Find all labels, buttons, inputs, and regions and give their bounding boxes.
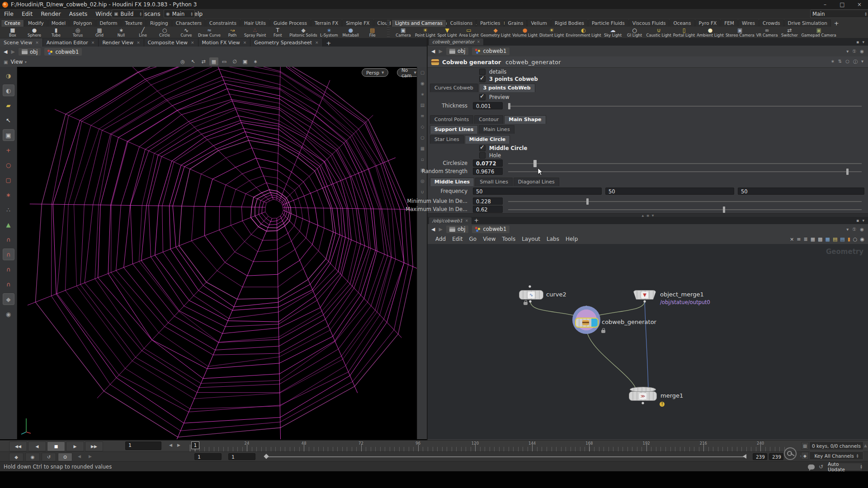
chevron-down-icon[interactable]: ▾ (25, 60, 27, 64)
shelf-tab-constraints[interactable]: Constraints (206, 19, 240, 27)
range-end-field[interactable]: 239 (753, 453, 767, 460)
middle-circle-checkbox[interactable] (479, 145, 486, 151)
menu-edit[interactable]: Edit (18, 9, 37, 19)
spinner-icon[interactable]: ▲▼ (857, 454, 859, 458)
add-shelf-tab-button[interactable]: + (831, 20, 842, 27)
snapshot-grid-icon[interactable]: ▦ (209, 57, 218, 66)
shelf-tab-pyro-fx[interactable]: Pyro FX (695, 19, 721, 27)
back-arrow-icon[interactable]: ◀ (431, 226, 435, 232)
tab-control-points[interactable]: Control Points (430, 115, 473, 124)
close-icon[interactable]: × (465, 219, 468, 223)
chevron-down-icon[interactable]: ▾ (862, 218, 864, 223)
circlesize-slider[interactable] (508, 163, 862, 164)
display-option-icon-7[interactable]: ▦ (420, 146, 425, 151)
keyframe-options-icon[interactable]: ◆ (9, 453, 24, 461)
view-menu-icon[interactable]: ▣ (4, 60, 8, 65)
shelf-tool-path[interactable]: ↝Path (222, 28, 243, 38)
close-icon[interactable]: × (137, 40, 140, 45)
circlesize-field[interactable]: 0.0772 (473, 160, 503, 167)
breadcrumb-obj[interactable]: obj (446, 47, 469, 55)
jump-end-button[interactable]: ▶▶ (85, 441, 103, 451)
menu-render[interactable]: Render (37, 9, 65, 19)
shelf-tab-polygon[interactable]: Polygon (70, 19, 95, 27)
min-value-slider[interactable] (508, 201, 862, 202)
view-selector[interactable]: ◉ Main ▲▼ (164, 9, 195, 18)
pane-tab-animation-editor[interactable]: Animation Editor× (43, 38, 99, 47)
keying-mode-icon[interactable]: ◆ (801, 452, 809, 460)
node-merge1[interactable]: ≫ (629, 391, 657, 401)
audio-options-icon[interactable]: ◉ (25, 453, 40, 461)
network-path-icon-2[interactable]: ◉ (860, 227, 864, 232)
shelf-tab-texture[interactable]: Texture (122, 19, 146, 27)
param-path-icon-0[interactable]: ▾ (846, 49, 849, 54)
shelf-tab-oceans[interactable]: Oceans (670, 19, 694, 27)
shelf-tool-vr-camera[interactable]: ∞VR Camera (755, 28, 779, 38)
display-options-icon[interactable]: ∗ (251, 57, 260, 66)
node-label[interactable]: curve2 (546, 291, 566, 298)
max-value-field[interactable]: 0.62 (473, 206, 503, 213)
breadcrumb-cobweb1[interactable]: cobweb1 (472, 225, 509, 233)
desktop-right-selector[interactable]: Main ▲▼ (810, 9, 868, 18)
close-icon[interactable]: × (91, 40, 95, 45)
shelf-tool-camera[interactable]: ▣Camera (392, 28, 414, 38)
breadcrumb-obj[interactable]: obj (19, 48, 41, 56)
shelf-tool-point-light[interactable]: ☀Point Light (414, 28, 436, 38)
snap-grid-magnet-icon[interactable]: ∩ (3, 234, 14, 245)
warning-badge-icon[interactable]: ! (660, 402, 665, 407)
shelf-tab-rigging[interactable]: Rigging (146, 19, 172, 27)
jump-start-button[interactable]: ◀◀ (9, 441, 27, 451)
snap-magnet-icon[interactable]: ∩ (3, 278, 14, 290)
play-backward-button[interactable]: ◀ (28, 441, 46, 451)
shelf-tool-box[interactable]: ■Box (2, 28, 24, 38)
network-menu-tools[interactable]: Tools (499, 236, 519, 242)
display-option-icon-10[interactable]: ◎ (420, 179, 425, 183)
shelf-tab-vellum[interactable]: Vellum (527, 19, 551, 27)
spinner-icon[interactable]: ▲▼ (191, 12, 193, 16)
color-palette-icon[interactable]: ▦ (826, 236, 830, 242)
handles-icon[interactable]: ▲ (3, 219, 14, 230)
pane-tab-motion-fx-view[interactable]: Motion FX View× (198, 38, 251, 47)
step-back-button[interactable]: ◀ (169, 443, 172, 447)
thickness-field[interactable]: 0.001 (473, 102, 503, 109)
display-option-icon-4[interactable]: ≡ (420, 114, 424, 118)
update-mode-selector[interactable]: Auto Update ▲▼ (827, 463, 863, 471)
close-icon[interactable]: × (477, 40, 480, 44)
network-menu-edit[interactable]: Edit (449, 236, 466, 242)
camera-selector[interactable]: No cam ▼ (397, 68, 417, 77)
play-forward-button[interactable]: ▶ (66, 441, 84, 451)
frequency-field-1[interactable]: 50 (473, 188, 602, 195)
shelf-tab-model[interactable]: Model (48, 19, 70, 27)
pane-tab-composite-view[interactable]: Composite View× (144, 38, 198, 47)
display-option-icon-0[interactable]: ▢ (420, 70, 425, 75)
menu-assets[interactable]: Assets (65, 9, 92, 19)
max-value-slider[interactable] (508, 209, 862, 210)
tab-contour[interactable]: Contour (474, 115, 503, 124)
shelf-tab-simple-fx[interactable]: Simple FX (342, 19, 373, 27)
node-curve2[interactable]: ∿ (519, 290, 543, 300)
breadcrumb-obj[interactable]: obj (446, 225, 469, 233)
tab-main-lines[interactable]: Main Lines (479, 125, 514, 134)
forward-arrow-icon[interactable]: ▶ (439, 48, 442, 54)
step-forward-button[interactable]: ▶ (177, 443, 180, 447)
playback-loop-icon[interactable]: ↺ (42, 453, 56, 461)
shelf-tab-crowds[interactable]: Crowds (759, 19, 784, 27)
snippet-icon[interactable]: ▮ (848, 236, 850, 242)
key-scope-selector[interactable]: Key All Channels ▲▼ (809, 451, 863, 460)
realtime-toggle-icon[interactable]: ⊙ (58, 453, 72, 461)
shelf-tool-volume-light[interactable]: ●Volume Light (511, 28, 538, 38)
rotate-tool-icon[interactable]: ○ (3, 159, 14, 171)
network-menu-labs[interactable]: Labs (543, 236, 562, 242)
shelf-tool-file[interactable]: ▤File (362, 28, 383, 38)
tab-star-lines[interactable]: Star Lines (430, 135, 464, 144)
tab-diagonal-lines[interactable]: Diagonal Lines (514, 178, 559, 186)
breadcrumb-cobweb1[interactable]: cobweb1 (44, 48, 82, 56)
shelf-tool-null[interactable]: ∗Null (110, 28, 132, 38)
shelf-tool-torus[interactable]: ◎Torus (67, 28, 89, 38)
slider-handle[interactable] (723, 206, 725, 213)
pane-menu-icon[interactable]: ▪ (856, 40, 859, 44)
node-label[interactable]: object_merge1 (660, 291, 704, 298)
frequency-field-2[interactable]: 50 (605, 188, 734, 195)
node-header-icon-0[interactable]: ∗ (830, 59, 834, 65)
network-path-icon-1[interactable]: ① (852, 227, 856, 232)
shelf-tab-create[interactable]: Create (1, 19, 24, 27)
